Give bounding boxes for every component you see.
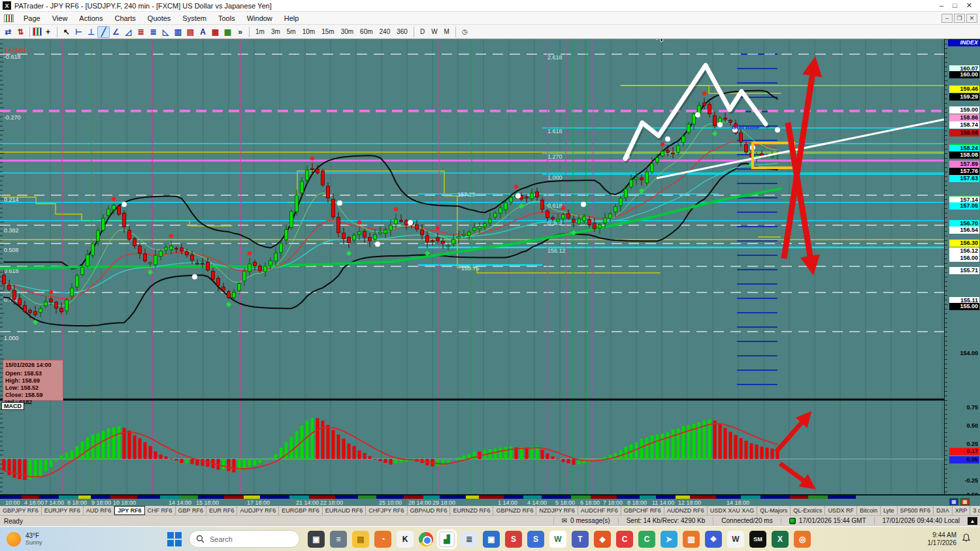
w-check-app-icon[interactable]: W xyxy=(549,531,566,548)
levels-tool-icon[interactable]: ≣ xyxy=(147,26,159,38)
timeframe-60m[interactable]: 60m xyxy=(357,27,376,36)
channel-tool-icon[interactable]: ◿ xyxy=(122,26,135,38)
s-red-app-icon[interactable]: S xyxy=(505,531,522,548)
tab-bitcoin[interactable]: Bitcoin xyxy=(857,506,881,515)
notes-icon[interactable]: ≣ xyxy=(461,531,478,548)
tab-chf-rf6[interactable]: CHF RF6 xyxy=(145,506,176,515)
minimize-button[interactable]: – xyxy=(939,1,943,10)
tab-usdx-xau-xag[interactable]: USDX XAU XAG xyxy=(708,506,758,515)
tab-audnzd-rf6[interactable]: AUDNZD RF6 xyxy=(664,506,708,515)
menu-quotes[interactable]: Quotes xyxy=(142,12,176,24)
excel-icon[interactable]: X xyxy=(772,531,789,548)
tile-horizontal-icon[interactable]: ⇄ xyxy=(2,26,14,38)
photos-icon[interactable]: ▣ xyxy=(483,531,500,548)
timeframe-360[interactable]: 360 xyxy=(393,27,411,36)
chart-area[interactable]: -0.618-0.2700.2140.3820.5080.6180.7861.0… xyxy=(0,39,980,494)
patrader-icon[interactable]: ▟ xyxy=(438,531,455,548)
orange-app-icon[interactable]: ▥ xyxy=(683,531,700,548)
pointer-tool-icon[interactable]: ↖ xyxy=(60,26,73,38)
tab-gbpnzd-rf6[interactable]: GBPNZD RF6 xyxy=(493,506,536,515)
macd-indicator-label[interactable]: MACD xyxy=(1,402,24,410)
bars-tool-icon[interactable]: ▥ xyxy=(172,26,184,38)
tab-ql-majors[interactable]: QL-Majors xyxy=(757,506,791,515)
tab-chfjpy-rf6[interactable]: CHFJPY RF6 xyxy=(366,506,407,515)
time-axis[interactable]: 10:004 18:007 14:008 18:009 18:0010 18:0… xyxy=(0,494,980,506)
w-circle-app-icon[interactable]: W xyxy=(727,531,744,548)
mdi-restore-button[interactable]: ❐ xyxy=(954,14,965,23)
smr-app-icon[interactable]: SM xyxy=(749,531,766,548)
timeframe-1m[interactable]: 1m xyxy=(252,27,268,36)
vline-tool-icon[interactable]: ⊥ xyxy=(85,26,97,38)
tab-eurgbp-rf6[interactable]: EURGBP RF6 xyxy=(279,506,322,515)
menu-window[interactable]: Window xyxy=(241,12,278,24)
chrome-beta-icon[interactable]: ◎ xyxy=(794,531,811,548)
hline-tool-icon[interactable]: ⊢ xyxy=(73,26,85,38)
period-d[interactable]: D xyxy=(417,27,428,36)
camtasia-icon[interactable]: C xyxy=(638,531,655,548)
pitchfork-tool-icon[interactable]: ◺ xyxy=(159,26,172,38)
axis-zoom-out-button[interactable]: ▦ xyxy=(960,498,970,505)
menu-system[interactable]: System xyxy=(176,12,212,24)
chrome-icon[interactable] xyxy=(419,532,433,546)
fibo-tool-icon[interactable]: ≣ xyxy=(135,26,147,38)
period-w[interactable]: W xyxy=(428,27,440,36)
calculator-icon[interactable]: ≡ xyxy=(330,531,347,548)
tab-eurnzd-rf6[interactable]: EURNZD RF6 xyxy=(450,506,493,515)
close-button[interactable]: ✕ xyxy=(966,1,972,10)
status-messages[interactable]: ✉ 0 message(s) xyxy=(553,517,618,525)
outlook-icon[interactable]: ◔ xyxy=(374,531,391,548)
tab-audchf-rf6[interactable]: AUDCHF RF6 xyxy=(578,506,621,515)
menu-actions[interactable]: Actions xyxy=(73,12,108,24)
tab-audjpy-rf6[interactable]: AUDJPY RF6 xyxy=(237,506,279,515)
menu-tools[interactable]: Tools xyxy=(212,12,241,24)
timeframe-5m[interactable]: 5m xyxy=(284,27,299,36)
grid-green-icon[interactable]: ▦ xyxy=(221,26,234,38)
session-clock-icon[interactable]: ◷ xyxy=(459,27,471,36)
timeframe-30m[interactable]: 30m xyxy=(338,27,357,36)
taskbar-clock[interactable]: 9:44 AM 1/17/2026 xyxy=(928,531,957,547)
tab-jpy-rf6[interactable]: JPY RF6 xyxy=(114,506,144,515)
c-red-app-icon[interactable]: C xyxy=(616,531,633,548)
tab-gbp-rf6[interactable]: GBP RF6 xyxy=(176,506,206,515)
ray-tool-icon[interactable]: ∠ xyxy=(110,26,122,38)
tab-eurjpy-rf6[interactable]: EURJPY RF6 xyxy=(42,506,84,515)
maximize-button[interactable]: □ xyxy=(953,1,957,10)
price-scale[interactable]: INDEX 160.07160.00159.46159.29159.00158.… xyxy=(944,39,980,494)
s-blue-app-icon[interactable]: S xyxy=(527,531,544,548)
tab-nzdjpy-rf6[interactable]: NZDJPY RF6 xyxy=(536,506,578,515)
file-explorer-icon[interactable]: ▤ xyxy=(352,531,369,548)
telegram-icon[interactable]: ➤ xyxy=(661,531,678,548)
blue-badge-app-icon[interactable]: ❖ xyxy=(705,531,722,548)
trendline-tool-icon[interactable]: ╱ xyxy=(97,26,110,38)
tab-gbpaud-rf6[interactable]: GBPAUD RF6 xyxy=(408,506,451,515)
price-chart-canvas[interactable]: -0.618-0.2700.2140.3820.5080.6180.7861.0… xyxy=(0,39,944,494)
tab-lyte[interactable]: Lyte xyxy=(881,506,898,515)
chart-menu-icon[interactable] xyxy=(4,14,14,22)
text-tool-icon[interactable]: A xyxy=(197,26,209,38)
crosshair-icon[interactable]: + xyxy=(42,26,54,38)
timeframe-3m[interactable]: 3m xyxy=(268,27,284,36)
tab-usdx-rf[interactable]: USDX RF xyxy=(825,506,857,515)
tab-gbpjpy-rf6[interactable]: GBPJPY RF6 xyxy=(0,506,42,515)
tab-sp500-rf6[interactable]: SP500 RF6 xyxy=(898,506,934,515)
tab-djia[interactable]: DJIA xyxy=(934,506,953,515)
more-tools-icon[interactable]: » xyxy=(234,26,246,38)
notification-bell-icon[interactable] xyxy=(962,533,971,544)
chart-type-icon[interactable] xyxy=(33,27,42,36)
tab-eur-rf6[interactable]: EUR RF6 xyxy=(206,506,238,515)
grid-red-icon[interactable]: ▦ xyxy=(209,26,221,38)
tab-gbpchf-rf6[interactable]: GBPCHF RF6 xyxy=(621,506,664,515)
period-m[interactable]: M xyxy=(441,27,453,36)
weather-widget[interactable]: 43°F Sunny xyxy=(7,532,105,546)
menu-help[interactable]: Help xyxy=(278,12,305,24)
menu-view[interactable]: View xyxy=(46,12,74,24)
tab-aud-rf6[interactable]: AUD RF6 xyxy=(84,506,115,515)
tile-vertical-icon[interactable]: ⇅ xyxy=(14,26,27,38)
mdi-close-button[interactable]: ✕ xyxy=(966,14,977,23)
flag-tool-icon[interactable]: ▤ xyxy=(184,26,197,38)
power-app-icon[interactable]: ◆ xyxy=(594,531,611,548)
mdi-minimize-button[interactable]: – xyxy=(941,14,953,23)
menu-charts[interactable]: Charts xyxy=(108,12,141,24)
timeframe-10m[interactable]: 10m xyxy=(299,27,318,36)
start-button[interactable] xyxy=(167,531,182,547)
